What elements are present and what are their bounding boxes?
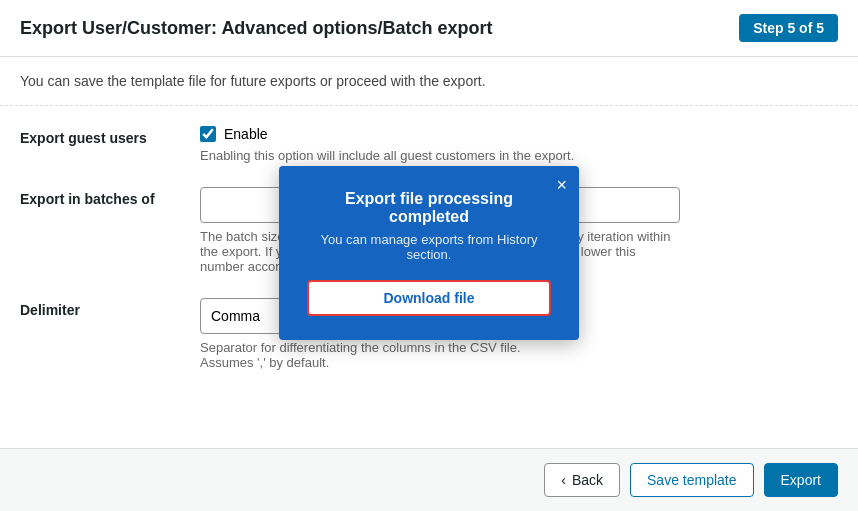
- export-button[interactable]: Export: [764, 463, 838, 497]
- page-header: Export User/Customer: Advanced options/B…: [0, 0, 858, 57]
- export-guest-users-label: Export guest users: [20, 126, 200, 146]
- export-complete-modal: × Export file processing completed You c…: [279, 166, 579, 340]
- enable-label[interactable]: Enable: [224, 126, 268, 142]
- export-guest-checkbox[interactable]: [200, 126, 216, 142]
- checkbox-row: Enable: [200, 126, 838, 142]
- page-footer: ‹ Back Save template Export: [0, 448, 858, 511]
- page-title: Export User/Customer: Advanced options/B…: [20, 18, 492, 39]
- download-file-button[interactable]: Download file: [307, 280, 551, 316]
- export-guest-help: Enabling this option will include all gu…: [200, 148, 838, 163]
- back-button[interactable]: ‹ Back: [544, 463, 620, 497]
- modal-title: Export file processing completed: [307, 190, 551, 226]
- intro-text: You can save the template file for futur…: [0, 57, 858, 106]
- step-badge: Step 5 of 5: [739, 14, 838, 42]
- main-content: You can save the template file for futur…: [0, 57, 858, 448]
- export-guest-users-control: Enable Enabling this option will include…: [200, 126, 838, 163]
- export-batches-label: Export in batches of: [20, 187, 200, 207]
- chevron-left-icon: ‹: [561, 472, 566, 488]
- save-template-button[interactable]: Save template: [630, 463, 754, 497]
- modal-subtitle: You can manage exports from History sect…: [307, 232, 551, 262]
- export-guest-users-row: Export guest users Enable Enabling this …: [20, 126, 838, 163]
- delimiter-label: Delimiter: [20, 298, 200, 318]
- delimiter-help: Separator for differentiating the column…: [200, 340, 838, 370]
- modal-close-button[interactable]: ×: [556, 176, 567, 194]
